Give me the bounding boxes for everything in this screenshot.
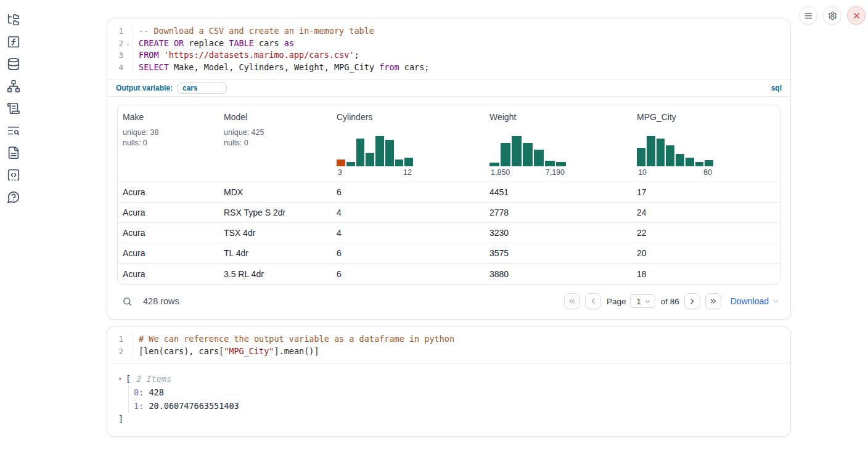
chevron-down-icon [644,298,651,305]
last-page-button[interactable] [705,293,721,309]
axis-min-label: 10 [638,168,647,177]
table-row[interactable]: AcuraMDX6445117 [118,182,780,203]
code-line[interactable]: 1-- Download a CSV and create an in-memo… [111,25,782,38]
dependency-graph-icon[interactable] [7,79,20,93]
sql-editor[interactable]: 1-- Download a CSV and create an in-memo… [107,19,790,79]
database-icon[interactable] [7,57,20,71]
table-cell: TL 4dr [219,248,332,258]
function-square-icon[interactable] [7,35,20,49]
code-text: CREATE OR replace TABLE cars as [133,38,782,50]
code-line[interactable]: 2⌄CREATE OR replace TABLE cars as [111,38,782,50]
histogram-bar [489,163,499,166]
snippets-icon[interactable] [7,168,20,182]
settings-button[interactable] [823,6,841,25]
table-cell: 3880 [485,269,632,279]
table-cell: 24 [632,208,780,217]
chevron-down-icon[interactable]: ▾ [118,376,126,382]
histogram-bar [346,162,355,166]
list-search-icon[interactable] [7,124,20,137]
line-number: 4 [111,62,123,74]
output-variable-input[interactable] [178,83,227,94]
fold-toggle-icon [123,346,133,358]
table-cell: 4451 [485,187,632,197]
prev-page-button[interactable] [585,293,601,309]
language-badge[interactable]: sql [771,84,782,92]
page-label: Page [607,297,626,306]
scroll-icon[interactable] [7,102,20,115]
histogram-bar [545,161,555,166]
file-tree-icon[interactable] [7,13,20,26]
table-cell: 3575 [485,248,632,258]
search-icon[interactable] [122,296,133,307]
code-text: SELECT Make, Model, Cylinders, Weight, M… [133,62,782,74]
column-header-mpg_city[interactable]: MPG_City1060 [632,105,780,182]
histogram-bar [395,160,404,166]
histogram-bars [489,134,566,166]
gear-icon [828,11,837,20]
table-cell: 18 [632,269,780,279]
table-body: AcuraMDX6445117AcuraRSX Type S 2dr427782… [118,182,780,284]
next-page-button[interactable] [684,293,700,309]
table-cell: Acura [118,187,219,197]
fold-toggle-icon [123,333,133,346]
output-variable-bar: Output variable: sql [107,79,790,96]
line-number: 3 [111,49,123,62]
table-cell: Acura [118,208,219,217]
histogram-bar [337,160,345,166]
code-line[interactable]: 4SELECT Make, Model, Cylinders, Weight, … [111,62,782,74]
table-cell: Acura [118,269,219,279]
histogram-axis: 1,8507,190 [489,168,566,177]
column-name: Cylinders [337,112,480,122]
histogram-bar [366,153,374,166]
table-cell: 4 [332,208,485,217]
histogram-axis: 312 [337,168,413,177]
histogram-bar [375,136,384,166]
table-footer: 428 rows Page 1 of 86 [117,293,780,310]
table-row[interactable]: AcuraTSX 4dr4323022 [118,223,780,243]
first-page-button[interactable] [564,293,580,309]
histogram-bar [501,143,510,166]
table-cell: 6 [332,187,485,197]
column-stats: unique: 425nulls: 0 [224,127,327,148]
table-header: Makeunique: 38nulls: 0Modelunique: 425nu… [118,105,780,182]
column-histogram: 312 [337,134,413,177]
code-line[interactable]: 3FROM 'https://datasets.marimo.app/cars.… [111,49,782,62]
menu-button[interactable] [799,6,817,25]
code-line[interactable]: 1# We can reference the output variable … [111,333,782,346]
code-text: [len(cars), cars["MPG_City"].mean()] [133,346,782,358]
axis-max-label: 7,190 [546,168,565,177]
column-histogram: 1060 [637,134,713,177]
chevron-left-icon [589,297,597,305]
column-header-cylinders[interactable]: Cylinders312 [332,105,485,182]
close-icon [852,11,861,20]
table-cell: 3.5 RL 4dr [219,269,332,279]
row-count: 428 rows [143,296,179,306]
page-total: of 86 [661,297,679,306]
document-icon[interactable] [7,146,20,160]
download-button[interactable]: Download [731,296,779,306]
page-select[interactable]: 1 [630,294,655,308]
shutdown-button[interactable] [847,6,866,25]
axis-min-label: 1,850 [491,168,510,177]
code-line[interactable]: 2[len(cars), cars["MPG_City"].mean()] [111,346,782,358]
tree-items: 0: 4281: 20.060747663551403 [128,386,779,413]
page-select-value: 1 [636,297,641,306]
column-header-model[interactable]: Modelunique: 425nulls: 0 [219,105,332,182]
histogram-bar [657,139,665,166]
table-row[interactable]: Acura3.5 RL 4dr6388018 [118,264,780,284]
histogram-bar [512,136,522,166]
list-item: 1: 20.060747663551403 [134,399,779,413]
table-row[interactable]: AcuraTL 4dr6357520 [118,243,780,264]
column-header-weight[interactable]: Weight1,8507,190 [485,105,632,182]
menu-icon [804,11,813,20]
code-text: # We can reference the output variable a… [133,333,782,346]
fold-toggle-icon[interactable]: ⌄ [123,38,133,50]
fold-toggle-icon [123,62,133,74]
table-row[interactable]: AcuraRSX Type S 2dr4277824 [118,203,780,223]
python-cell-output: ▾ [ 2 Items 0: 4281: 20.060747663551403 … [107,363,790,436]
python-editor[interactable]: 1# We can reference the output variable … [107,327,790,363]
open-bracket: [ [126,374,131,384]
column-header-make[interactable]: Makeunique: 38nulls: 0 [118,105,219,182]
items-count-label: 2 Items [136,374,171,384]
help-icon[interactable] [7,190,20,204]
